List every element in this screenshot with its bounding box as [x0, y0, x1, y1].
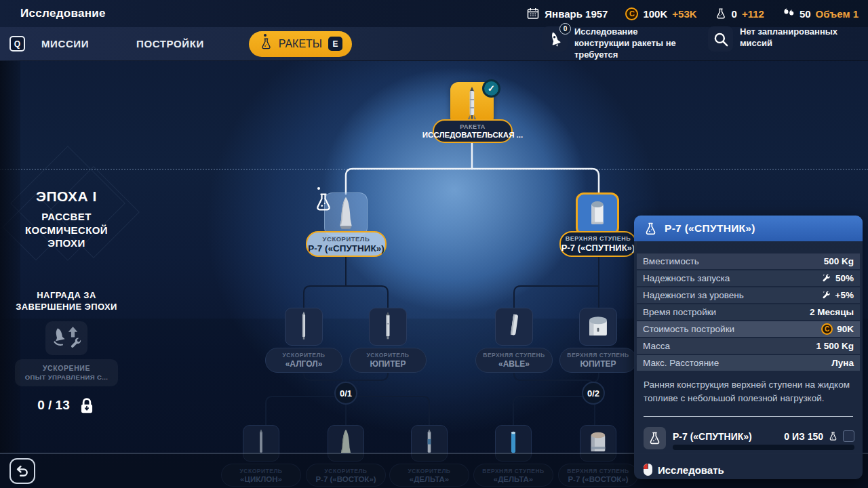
- tree-node-upper-able-tile[interactable]: [495, 308, 533, 346]
- era-divider-dotted: [0, 169, 868, 170]
- research-screen: Исследование Январь 1957 C 100K +53K 0 +…: [0, 0, 868, 488]
- node-type: РАКЕТА: [460, 123, 486, 130]
- date-value: Январь 1957: [545, 8, 608, 20]
- research-status-notification: 0 Исследование конструкции ракеты не тре…: [542, 26, 685, 61]
- science-delta: +112: [742, 8, 764, 20]
- tree-node-booster-jupiter-label[interactable]: УСКОРИТЕЛЬ ЮПИТЕР: [349, 348, 427, 373]
- research-progress-bar: [673, 445, 854, 450]
- node-type: ВЕРХНЯЯ СТУПЕНЬ: [567, 352, 629, 359]
- missions-status-notification: Нет запланированных миссий: [708, 26, 857, 61]
- researched-check-badge: ✓: [482, 79, 500, 98]
- tab-bar: Q МИССИИ ПОСТРОЙКИ РАКЕТЫ E 0 Исследован…: [0, 27, 868, 61]
- status-notifications: 0 Исследование конструкции ракеты не тре…: [542, 26, 868, 61]
- node-name: Р-7 («СПУТНИК»): [561, 243, 635, 253]
- era-reward-name: УСКОРЕНИЕ: [43, 364, 90, 372]
- node-type: ВЕРХНЯЯ СТУПЕНЬ: [566, 235, 631, 242]
- stat-value: +5%: [835, 290, 854, 300]
- stat-value: Луна: [831, 358, 854, 368]
- rocket-icon: 0: [542, 26, 568, 52]
- era-title: ЭПОХА I: [0, 188, 133, 205]
- era-reward-icon[interactable]: [45, 321, 87, 355]
- tab-buildings[interactable]: ПОСТРОЙКИ: [136, 38, 204, 49]
- lock-icon: [78, 396, 96, 415]
- node-name: ЮПИТЕР: [580, 359, 616, 369]
- stat-label: Надежности за уровень: [643, 290, 744, 300]
- prerequisite-counter-right: 0/2: [582, 382, 605, 405]
- stat-label: Вместимость: [643, 256, 699, 266]
- era-progress-value: 0 / 13: [37, 398, 70, 413]
- stat-row-launch-reliability: Надежность запуска 50%: [637, 270, 860, 286]
- research-status-text: Исследование конструкции ракеты не требу…: [574, 26, 682, 61]
- tree-node-upper-jupiter-label[interactable]: ВЕРХНЯЯ СТУПЕНЬ ЮПИТЕР: [559, 348, 637, 373]
- stat-label: Время постройки: [643, 307, 716, 317]
- mouse-click-icon: [644, 464, 652, 476]
- flask-icon: [260, 37, 273, 50]
- tree-node-upper-sputnik-label[interactable]: ВЕРХНЯЯ СТУПЕНЬ Р-7 («СПУТНИК»): [559, 231, 637, 257]
- funds-delta: +53K: [672, 8, 696, 20]
- era-progress: 0 / 13: [0, 396, 133, 415]
- research-progress-count: 0 ИЗ 150: [784, 431, 823, 442]
- support-display: 50 Объем 1: [782, 7, 859, 20]
- tree-node-booster-algol-tile[interactable]: [285, 308, 323, 346]
- flask-icon: [644, 222, 658, 236]
- detail-panel: Р-7 («СПУТНИК») Вместимость 500 Kg Надеж…: [634, 216, 863, 479]
- researchable-flask-icon: [313, 192, 334, 215]
- tree-node-upper-sputnik-tile[interactable]: [576, 192, 619, 236]
- funds-value: 100K: [643, 8, 667, 20]
- stat-row-max-distance: Макс. Расстояние Луна: [637, 355, 860, 371]
- flask-icon: [715, 7, 727, 20]
- stat-label: Надежность запуска: [643, 273, 730, 283]
- coin-icon: C: [625, 7, 638, 20]
- node-name: «ABLE»: [498, 359, 530, 369]
- tree-node-rocket-label[interactable]: РАКЕТА ИССЛЕДОВАТЕЛЬСКАЯ ...: [433, 119, 513, 143]
- tab-missions[interactable]: МИССИИ: [41, 38, 89, 49]
- upper-stage-image: [584, 196, 611, 232]
- node-type: УСКОРИТЕЛЬ: [367, 352, 410, 359]
- tree-node-booster-algol-label[interactable]: УСКОРИТЕЛЬ «АЛГОЛ»: [265, 348, 342, 373]
- tab-rockets[interactable]: РАКЕТЫ E: [249, 31, 352, 57]
- stat-row-mass: Масса 1 500 Kg: [637, 338, 860, 354]
- upper-stage-image: [583, 310, 613, 343]
- support-value: 50: [800, 8, 811, 20]
- flask-icon: [828, 431, 838, 441]
- research-checkbox[interactable]: [843, 430, 854, 442]
- reliability-icon: [821, 290, 831, 300]
- detail-description: Ранняя конструкция верхней ступени на жи…: [644, 378, 853, 405]
- booster-image: [332, 193, 359, 235]
- research-item-name: Р-7 («СПУТНИК»): [673, 431, 752, 442]
- research-item-flask-icon: [644, 427, 666, 449]
- tree-node-upper-jupiter-tile[interactable]: [579, 308, 617, 346]
- era-reward-heading: НАГРАДА ЗА ЗАВЕРШЕНИЕ ЭПОХИ: [9, 289, 124, 313]
- detail-title: Р-7 («СПУТНИК»): [665, 222, 755, 235]
- stat-label: Макс. Расстояние: [643, 358, 719, 368]
- back-button[interactable]: [9, 458, 35, 484]
- support-extra: Объем 1: [816, 8, 859, 20]
- top-bar: Исследование Январь 1957 C 100K +53K 0 +…: [0, 0, 868, 27]
- prerequisite-counter-left: 0/1: [334, 382, 357, 405]
- tree-node-upper-able-label[interactable]: ВЕРХНЯЯ СТУПЕНЬ «ABLE»: [475, 348, 553, 373]
- sparkle-dot: [264, 34, 267, 37]
- era-reward-label[interactable]: УСКОРЕНИЕ ОПЫТ УПРАВЛЕНИЯ С...: [15, 359, 118, 386]
- stat-label: Стоимость постройки: [643, 324, 734, 334]
- stat-label: Масса: [643, 341, 670, 351]
- stat-row-build-time: Время постройки 2 Месяцы: [637, 304, 860, 320]
- sparkle-dot: [317, 187, 320, 190]
- node-type: ВЕРХНЯЯ СТУПЕНЬ: [483, 352, 545, 359]
- node-name: Р-7 («СПУТНИК»): [308, 243, 384, 253]
- magnifier-icon: [708, 26, 733, 52]
- detail-panel-header: Р-7 («СПУТНИК»): [634, 216, 863, 241]
- tree-node-booster-jupiter-tile[interactable]: [369, 308, 407, 346]
- rocket-image: [462, 85, 481, 123]
- node-type: УСКОРИТЕЛЬ: [283, 352, 326, 359]
- calendar-icon: [526, 7, 540, 20]
- research-action-button[interactable]: Исследовать: [644, 464, 724, 476]
- missions-status-text: Нет запланированных миссий: [740, 26, 854, 49]
- tree-node-booster-sputnik-label[interactable]: УСКОРИТЕЛЬ Р-7 («СПУТНИК»): [306, 231, 387, 257]
- upper-stage-image: [504, 310, 524, 344]
- funds-display: C 100K +53K: [625, 7, 696, 20]
- science-display: 0 +112: [715, 7, 764, 20]
- panel-divider: [644, 416, 853, 417]
- stat-value: 90K: [837, 324, 854, 334]
- status-badge: 0: [559, 23, 571, 35]
- key-hint-q: Q: [9, 36, 25, 52]
